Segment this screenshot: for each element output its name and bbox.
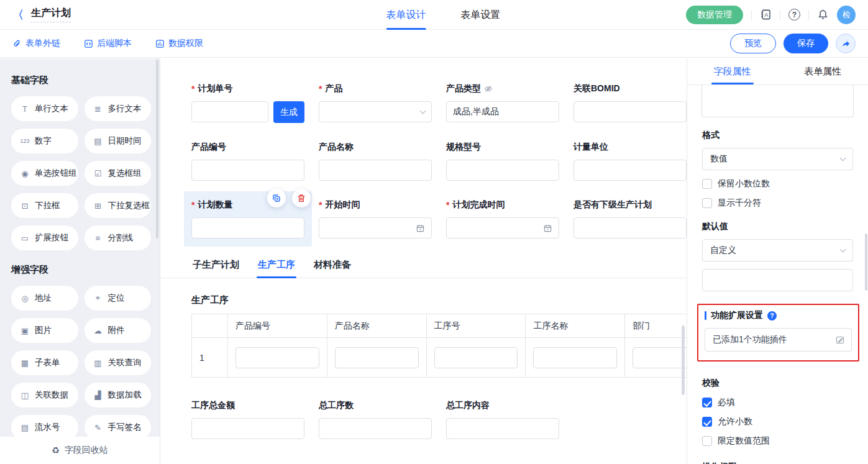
help-icon[interactable]: ? [767,311,777,321]
field-has-sub-plan[interactable]: 是否有下级生产计划 [573,199,687,239]
tab-production-process[interactable]: 生产工序 [257,253,296,278]
col-department[interactable]: 部门 [625,314,687,338]
product-select[interactable] [319,101,432,122]
product-name-input[interactable] [319,160,432,181]
field-product-type[interactable]: 产品类型 成品,半成品 [446,83,559,123]
sidebar-scrollbar[interactable] [156,60,158,239]
col-product-code[interactable]: 产品编号 [228,314,327,338]
tab-form-design[interactable]: 表单设计 [386,0,426,30]
save-button[interactable]: 保存 [783,34,828,53]
panel-scrollbar[interactable] [865,234,867,291]
col-process-number[interactable]: 工序号 [426,314,526,338]
total-process-count-input[interactable] [319,418,432,439]
field-bom-id[interactable]: 关联BOMID [573,83,687,123]
form-title[interactable]: 生产计划 [31,7,71,22]
spec-model-input[interactable] [446,160,559,181]
product-type-input[interactable]: 成品,半成品 [446,101,559,122]
cell-process-number-input[interactable] [434,347,518,368]
has-sub-plan-input[interactable] [573,217,687,239]
share-button[interactable] [836,34,856,53]
checkbox-unchecked[interactable] [702,436,712,446]
delete-field-button[interactable] [292,189,311,207]
option-thousand-separator[interactable]: 显示千分符 [702,198,853,209]
field-pill-subform[interactable]: ▦子表单 [11,350,78,375]
field-pill-dropdown-multi[interactable]: ⊞下拉复选框 [85,193,152,218]
plugin-summary[interactable]: 已添加1个功能插件 [705,328,852,352]
backend-script-link[interactable]: 后端脚本 [84,38,132,49]
field-unit[interactable]: 计量单位 [573,142,687,181]
data-permission-link[interactable]: 数据权限 [155,38,203,49]
field-plan-quantity-selected[interactable]: *计划数量 [184,191,312,247]
tab-field-properties[interactable]: 字段属性 [687,58,778,84]
cell-process-name-input[interactable] [533,347,617,368]
field-plan-number[interactable]: *计划单号 生成 [191,83,304,123]
plan-quantity-input[interactable] [191,217,304,239]
field-pill-single-text[interactable]: T单行文本 [11,96,78,121]
field-product-name[interactable]: 产品名称 [319,142,432,181]
data-manage-button[interactable]: 数据管理 [686,6,743,24]
field-pill-datetime[interactable]: ▤日期时间 [85,129,152,153]
field-pill-divider[interactable]: ≡分割线 [85,225,152,250]
field-pill-location[interactable]: ⌖定位 [85,286,152,311]
option-keep-decimal[interactable]: 保留小数位数 [702,178,853,189]
field-pill-checkbox-group[interactable]: ☑复选框组 [85,161,152,186]
option-allow-decimal[interactable]: 允许小数 [702,416,853,427]
address-book-icon[interactable]: A [760,9,772,20]
field-pill-linked-data[interactable]: ◫关联数据 [11,383,78,407]
default-value-input[interactable] [702,269,853,291]
option-limit-range[interactable]: 限定数值范围 [702,435,853,447]
field-pill-number[interactable]: 123数字 [11,129,78,153]
generate-button[interactable]: 生成 [273,101,304,123]
plan-number-input[interactable] [191,101,268,122]
field-name-input-clipped[interactable] [701,85,854,117]
field-start-time[interactable]: *开始时间 7 [319,199,432,239]
cell-department-input[interactable] [633,347,687,368]
tab-material-preparation[interactable]: 材料准备 [313,253,352,278]
preview-button[interactable]: 预览 [730,34,776,53]
canvas-scrollbar[interactable] [682,325,685,395]
help-icon[interactable]: ? [788,9,800,20]
start-time-input[interactable]: 7 [319,217,432,239]
finish-time-input[interactable]: 7 [446,217,559,239]
field-recycle-bin[interactable]: ♻ 字段回收站 [0,437,160,464]
checkbox-checked[interactable] [702,417,712,427]
unit-input[interactable] [573,160,687,181]
form-external-link[interactable]: 表单外链 [12,38,60,49]
cell-product-name-input[interactable] [335,347,419,368]
field-pill-linked-query[interactable]: ▥关联查询 [85,350,152,375]
default-value-select[interactable]: 自定义 [702,239,853,262]
duplicate-field-button[interactable] [267,189,286,207]
tab-form-properties[interactable]: 表单属性 [778,58,868,84]
tab-sub-production-plan[interactable]: 子生产计划 [191,253,240,278]
field-spec-model[interactable]: 规格型号 [446,142,559,181]
col-process-name[interactable]: 工序名称 [526,314,625,338]
field-pill-multi-text[interactable]: ≣多行文本 [85,96,152,121]
tab-form-settings[interactable]: 表单设置 [460,0,500,30]
option-required[interactable]: 必填 [702,397,853,408]
field-pill-signature[interactable]: ✎手写签名 [85,415,152,440]
field-pill-extend-button[interactable]: ▭扩展按钮 [11,225,78,250]
field-product-code[interactable]: 产品编号 [191,142,304,181]
field-total-process-amount[interactable]: 工序总金额 [191,400,304,439]
field-pill-serial-number[interactable]: ▤流水号 [11,415,78,440]
field-pill-radio-group[interactable]: ◉单选按钮组 [11,161,78,186]
user-avatar[interactable]: 检 [837,6,856,24]
field-pill-address[interactable]: ◎地址 [11,286,78,311]
format-select[interactable]: 数值 [702,148,853,170]
back-chevron-icon[interactable]: 〈 [12,7,24,22]
checkbox-checked[interactable] [702,398,712,407]
field-pill-image[interactable]: ▣图片 [11,318,78,343]
product-code-input[interactable] [191,160,304,181]
edit-icon[interactable] [835,335,845,345]
field-total-process-content[interactable]: 总工序内容 [446,400,559,439]
checkbox-unchecked[interactable] [702,179,712,189]
field-pill-dropdown[interactable]: ⊡下拉框 [11,193,78,218]
checkbox-unchecked[interactable] [702,198,712,208]
total-process-amount-input[interactable] [191,418,304,439]
field-total-process-count[interactable]: 总工序数 [319,400,432,439]
field-pill-attachment[interactable]: ☁附件 [85,318,152,343]
field-product[interactable]: *产品 [319,83,432,123]
field-finish-time[interactable]: *计划完成时间 7 [446,199,559,239]
bom-id-input[interactable] [573,101,687,122]
field-pill-data-load[interactable]: ▟数据加载 [85,383,152,407]
